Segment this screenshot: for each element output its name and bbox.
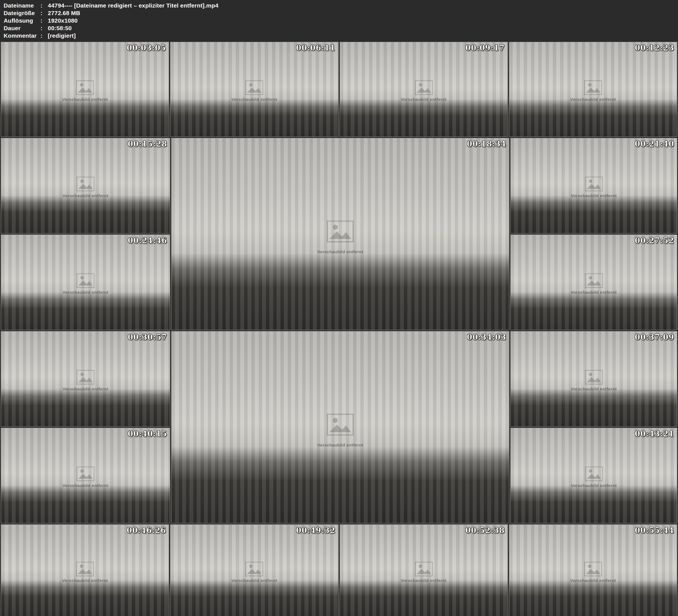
thumbnail-band-2: Vorschaubild entfernt 00:15:28 Vorschaub…: [1, 138, 677, 330]
video-thumbnail: Vorschaubild entfernt 00:52:38: [340, 525, 508, 616]
image-placeholder-icon: [415, 562, 433, 576]
video-thumbnail: Vorschaubild entfernt 00:49:32: [170, 525, 338, 616]
redaction-note: Vorschaubild entfernt: [171, 578, 338, 583]
band-2-left-column: Vorschaubild entfernt 00:15:28 Vorschaub…: [1, 138, 170, 330]
video-thumbnail: Vorschaubild entfernt 00:03:05: [1, 42, 169, 137]
redaction-note: Vorschaubild entfernt: [340, 97, 507, 102]
timestamp-badge: 00:12:23: [635, 44, 674, 52]
image-placeholder-icon: [327, 414, 354, 436]
file-info-row-filename: Dateiname : 44794---- [Dateiname redigie…: [4, 2, 674, 10]
field-separator: :: [40, 32, 48, 39]
file-info-row-resolution: Auflösung : 1920x1080: [4, 17, 674, 25]
redaction-note: Vorschaubild entfernt: [509, 97, 677, 102]
thumbnail-band-1: Vorschaubild entfernt 00:03:05 Vorschaub…: [1, 42, 677, 137]
video-thumbnail: Vorschaubild entfernt 00:15:28: [1, 138, 170, 233]
redaction-note: Vorschaubild entfernt: [1, 578, 169, 583]
image-placeholder-icon: [584, 80, 602, 95]
field-label: Auflösung: [4, 17, 40, 24]
image-placeholder-icon: [585, 370, 603, 385]
timestamp-badge: 00:21:40: [635, 140, 674, 148]
image-placeholder-icon: [77, 177, 95, 191]
redaction-note: Vorschaubild entfernt: [172, 442, 509, 447]
field-label: Dateigröße: [4, 10, 40, 16]
image-placeholder-icon: [585, 467, 603, 481]
timestamp-badge: 00:06:11: [296, 44, 336, 52]
thumbnail-band-3: Vorschaubild entfernt 00:30:57 Vorschaub…: [1, 331, 677, 523]
image-placeholder-icon: [585, 273, 603, 288]
field-label: Kommentar: [4, 32, 40, 39]
video-thumbnail: Vorschaubild entfernt 00:06:11: [170, 42, 338, 137]
redaction-note: Vorschaubild entfernt: [509, 578, 677, 583]
video-thumbnail: Vorschaubild entfernt 00:21:40: [511, 138, 677, 233]
video-thumbnail: Vorschaubild entfernt 00:09:17: [340, 42, 508, 137]
timestamp-badge: 00:24:46: [128, 236, 167, 245]
video-thumbnail: Vorschaubild entfernt 00:24:46: [1, 235, 170, 330]
redaction-note: Vorschaubild entfernt: [1, 386, 170, 391]
redaction-note: Vorschaubild entfernt: [172, 249, 509, 254]
field-label: Dauer: [4, 25, 40, 32]
field-separator: :: [40, 17, 48, 24]
field-separator: :: [40, 25, 48, 32]
redaction-note: Vorschaubild entfernt: [511, 193, 677, 198]
video-thumbnail-large: Vorschaubild entfernt 00:18:34: [171, 138, 509, 330]
redaction-note: Vorschaubild entfernt: [511, 483, 677, 488]
resolution-value: 1920x1080: [48, 17, 674, 24]
filesize-value: 2772.68 MB: [48, 10, 674, 16]
image-placeholder-icon: [77, 467, 95, 481]
image-placeholder-icon: [327, 221, 354, 242]
file-info-row-duration: Dauer : 00:58:50: [4, 25, 674, 32]
timestamp-badge: 00:15:28: [128, 140, 167, 148]
video-thumbnail: Vorschaubild entfernt 00:40:15: [1, 428, 170, 523]
image-placeholder-icon: [76, 562, 94, 576]
duration-value: 00:58:50: [48, 25, 674, 32]
video-thumbnail: Vorschaubild entfernt 00:55:44: [509, 525, 677, 616]
redaction-note: Vorschaubild entfernt: [1, 97, 169, 102]
video-thumbnail: Vorschaubild entfernt 00:43:21: [511, 428, 677, 523]
video-contact-sheet: Dateiname : 44794---- [Dateiname redigie…: [0, 0, 678, 616]
timestamp-badge: 00:18:34: [467, 140, 506, 148]
band-2-center-column: Vorschaubild entfernt 00:18:34: [171, 138, 509, 330]
image-placeholder-icon: [76, 80, 94, 95]
band-3-right-column: Vorschaubild entfernt 00:37:09 Vorschaub…: [511, 331, 677, 523]
timestamp-badge: 00:09:17: [465, 44, 505, 52]
image-placeholder-icon: [415, 80, 433, 95]
redaction-note: Vorschaubild entfernt: [171, 97, 338, 102]
comment-value: [redigiert]: [48, 32, 674, 39]
timestamp-badge: 00:37:09: [635, 333, 674, 342]
file-info-row-filesize: Dateigröße : 2772.68 MB: [4, 10, 674, 17]
video-thumbnail: Vorschaubild entfernt 00:12:23: [509, 42, 677, 137]
timestamp-badge: 00:03:05: [127, 44, 166, 52]
video-thumbnail: Vorschaubild entfernt 00:27:52: [511, 235, 677, 330]
redaction-note: Vorschaubild entfernt: [1, 193, 170, 198]
video-thumbnail: Vorschaubild entfernt 00:30:57: [1, 331, 170, 427]
image-placeholder-icon: [584, 562, 602, 576]
filename-value: 44794---- [Dateiname redigiert – explizi…: [48, 2, 674, 9]
timestamp-badge: 00:52:38: [465, 526, 505, 535]
timestamp-badge: 00:34:03: [467, 333, 506, 342]
redaction-note: Vorschaubild entfernt: [340, 578, 507, 583]
redaction-note: Vorschaubild entfernt: [511, 290, 677, 295]
field-separator: :: [40, 2, 48, 9]
timestamp-badge: 00:27:52: [635, 236, 674, 245]
video-thumbnail: Vorschaubild entfernt 00:46:26: [1, 525, 169, 616]
band-3-center-column: Vorschaubild entfernt 00:34:03: [171, 331, 509, 523]
band-2-right-column: Vorschaubild entfernt 00:21:40 Vorschaub…: [511, 138, 677, 330]
redaction-note: Vorschaubild entfernt: [1, 483, 170, 488]
timestamp-badge: 00:46:26: [127, 526, 166, 535]
timestamp-badge: 00:49:32: [296, 526, 336, 535]
redaction-note: Vorschaubild entfernt: [1, 290, 170, 295]
timestamp-badge: 00:30:57: [128, 333, 167, 342]
field-label: Dateiname: [4, 2, 40, 9]
thumbnail-band-4: Vorschaubild entfernt 00:46:26 Vorschaub…: [1, 525, 677, 616]
video-thumbnail: Vorschaubild entfernt 00:37:09: [511, 331, 677, 427]
field-separator: :: [40, 10, 48, 16]
image-placeholder-icon: [585, 177, 603, 191]
file-info-header: Dateiname : 44794---- [Dateiname redigie…: [1, 0, 677, 41]
image-placeholder-icon: [77, 273, 95, 288]
video-thumbnail-large: Vorschaubild entfernt 00:34:03: [171, 331, 509, 523]
file-info-row-comment: Kommentar : [redigiert]: [4, 32, 674, 40]
image-placeholder-icon: [245, 80, 263, 95]
redaction-note: Vorschaubild entfernt: [511, 386, 677, 391]
timestamp-badge: 00:55:44: [635, 526, 674, 535]
band-3-left-column: Vorschaubild entfernt 00:30:57 Vorschaub…: [1, 331, 170, 523]
